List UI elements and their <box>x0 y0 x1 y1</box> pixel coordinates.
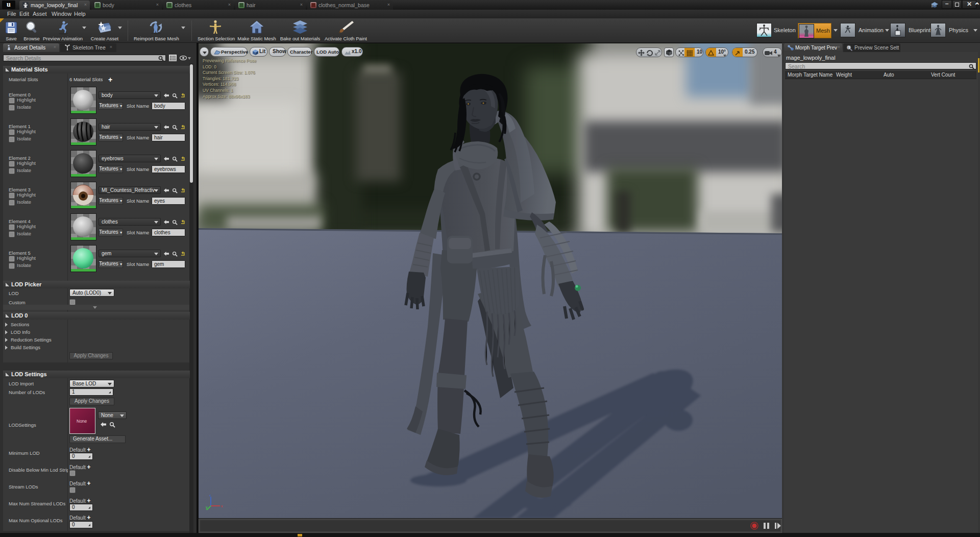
svg-text:y: y <box>206 505 208 509</box>
svg-text:z: z <box>209 495 211 497</box>
svg-text:x: x <box>221 504 223 508</box>
